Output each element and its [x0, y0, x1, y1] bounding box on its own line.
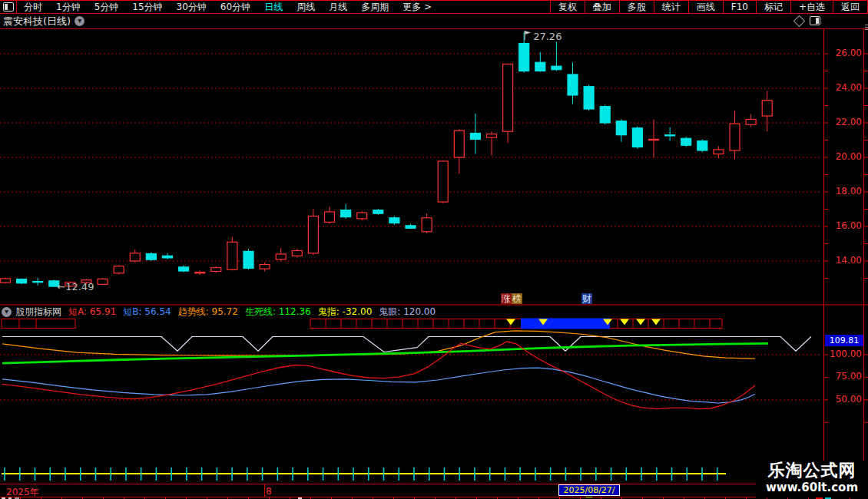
candle-body — [341, 210, 351, 217]
menu-item-1分钟[interactable]: 1分钟 — [49, 1, 88, 14]
split-view-icon[interactable] — [810, 16, 820, 25]
low-annotation: ←12.49 — [57, 281, 94, 292]
price-axis-label: 20.00 — [827, 151, 862, 162]
candle-body — [535, 62, 545, 71]
menu-item-F10[interactable]: F10 — [723, 1, 756, 13]
date-axis-row[interactable]: 2025年 8 2025/08/27/三 — [0, 484, 868, 497]
indicator-value-短B: 短B: 56.54 — [123, 306, 171, 319]
candle-body — [616, 121, 626, 135]
indicator-value-鬼眼: 鬼眼: 120.00 — [379, 306, 436, 319]
signal-triangle — [506, 319, 515, 326]
menu-item-多股[interactable]: 多股 — [619, 1, 654, 13]
tools-menu: 复权叠加多股统计画线F10标记+自选返回 — [550, 1, 868, 13]
candle-body — [746, 120, 756, 125]
candle-body — [308, 216, 318, 253]
indicator-source: 股朋指标网 — [15, 306, 61, 319]
candle-body — [438, 161, 448, 202]
high-annotation: 27.26 — [533, 31, 562, 42]
candle-body — [649, 139, 659, 140]
chart-canvas: 27.26←12.49 — [0, 0, 868, 499]
candle-body — [373, 210, 383, 214]
period-menu: 分时1分钟5分钟15分钟30分钟60分钟日线周线月线多周期更多 > — [17, 1, 439, 13]
candle-body — [227, 242, 237, 269]
menu-item-画线[interactable]: 画线 — [688, 1, 723, 13]
candle-body — [98, 279, 108, 284]
candle-body — [1, 279, 11, 283]
menu-item-统计[interactable]: 统计 — [654, 1, 688, 13]
right-edge-menu-icon[interactable] — [865, 23, 868, 31]
candle-body — [17, 279, 27, 283]
candle-body — [762, 101, 772, 116]
trading-terminal: 分时1分钟5分钟15分钟30分钟60分钟日线周线月线多周期更多 > 复权叠加多股… — [0, 0, 868, 499]
signal-triangle — [636, 319, 645, 326]
menu-item-5分钟[interactable]: 5分钟 — [88, 1, 126, 14]
indicator-value-短A: 短A: 65.91 — [68, 306, 116, 319]
badge-char: 榜 — [512, 293, 522, 304]
badge-财[interactable]: 财 — [581, 293, 592, 304]
menu-item-日线[interactable]: 日线 — [257, 1, 290, 14]
indicator-value-鬼指: 鬼指: -32.00 — [318, 306, 373, 319]
candle-body — [487, 134, 497, 138]
price-axis-label: 24.00 — [827, 82, 862, 93]
menu-item-叠加[interactable]: 叠加 — [585, 1, 619, 13]
price-axis-label: 18.00 — [827, 186, 862, 197]
page-title: 震安科技(日线) — [3, 15, 71, 28]
signal-triangle — [651, 319, 661, 326]
watermark-site-name: 乐淘公式网 — [756, 461, 868, 481]
chevron-down-icon[interactable]: ▾ — [75, 16, 84, 26]
candle-body — [244, 251, 253, 268]
menu-item-标记[interactable]: 标记 — [756, 1, 790, 13]
menu-item-返回[interactable]: 返回 — [833, 1, 868, 13]
menu-item-复权[interactable]: 复权 — [550, 1, 585, 13]
month-label: 8 — [266, 486, 272, 497]
menu-item-60分钟[interactable]: 60分钟 — [214, 1, 257, 14]
candle-body — [114, 266, 124, 273]
candle-body — [681, 138, 691, 145]
menu-item-更多 >[interactable]: 更多 > — [396, 1, 439, 14]
candle-body — [389, 218, 399, 223]
indicator-line-shengsixian — [2, 343, 768, 363]
candle-body — [470, 134, 480, 140]
candle-body — [292, 251, 302, 256]
menu-item-周线[interactable]: 周线 — [290, 1, 322, 14]
candle-body — [406, 226, 416, 228]
price-axis-label: 16.00 — [827, 220, 862, 231]
indicator-axis-label: 75.00 — [827, 371, 862, 382]
menu-item-+自选[interactable]: +自选 — [790, 1, 833, 13]
candle-body — [33, 282, 43, 283]
menu-item-分时[interactable]: 分时 — [17, 1, 49, 14]
indicator-axis-label: 100.00 — [827, 349, 862, 359]
selected-date-badge: 2025/08/27/三 — [558, 484, 620, 496]
candle-body — [665, 135, 675, 136]
menu-item-15分钟[interactable]: 15分钟 — [125, 1, 169, 14]
menu-item-30分钟[interactable]: 30分钟 — [170, 1, 214, 14]
price-axis-label: 26.00 — [827, 48, 862, 58]
indicator-line-duanA — [2, 342, 755, 409]
panel-layout-icon — [3, 2, 14, 12]
badge-涨榜[interactable]: 涨榜 — [501, 293, 522, 304]
candle-body — [357, 213, 367, 219]
date-divider — [264, 484, 265, 497]
candle-body — [130, 253, 140, 261]
price-axis-label: 14.00 — [827, 255, 862, 266]
candle-body — [454, 131, 464, 157]
candle-body — [325, 212, 335, 223]
candle-body — [714, 150, 724, 154]
candle-body — [146, 254, 156, 260]
indicator-header: ▾ 股朋指标网 短A: 65.91短B: 56.54趋势线: 95.72生死线:… — [2, 306, 442, 317]
candle-body — [552, 66, 562, 70]
high-flag-icon — [525, 31, 531, 35]
menu-item-多周期[interactable]: 多周期 — [354, 1, 396, 14]
menu-item-月线[interactable]: 月线 — [322, 1, 354, 14]
indicator-value-趋势线: 趋势线: 95.72 — [178, 306, 238, 319]
candle-body — [697, 141, 707, 150]
candle-body — [179, 267, 189, 271]
indicator-axis-label: 50.00 — [827, 394, 862, 405]
layout-toggle-button[interactable] — [0, 1, 17, 13]
collapse-panel-icon[interactable]: ▾ — [2, 307, 12, 317]
titlebar: 震安科技(日线) ▾ — [0, 14, 868, 29]
candle-body — [600, 107, 610, 123]
candle-body — [519, 44, 529, 71]
diamond-icon[interactable] — [793, 15, 806, 27]
candle-body — [276, 254, 286, 259]
